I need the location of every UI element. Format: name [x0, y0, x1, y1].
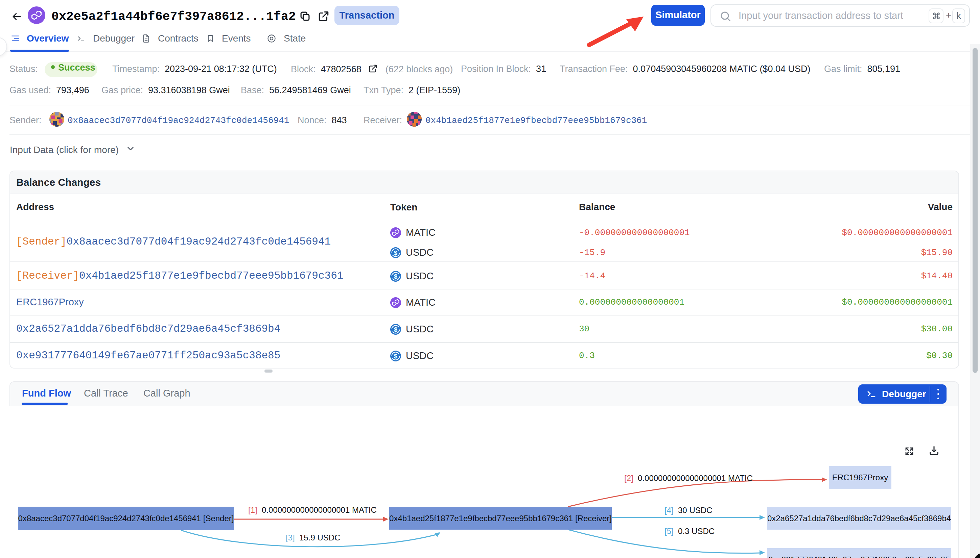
svg-text:$: $: [394, 273, 397, 280]
svg-text:$: $: [394, 326, 397, 333]
svg-text:$: $: [394, 249, 397, 256]
svg-text:$: $: [394, 353, 397, 359]
